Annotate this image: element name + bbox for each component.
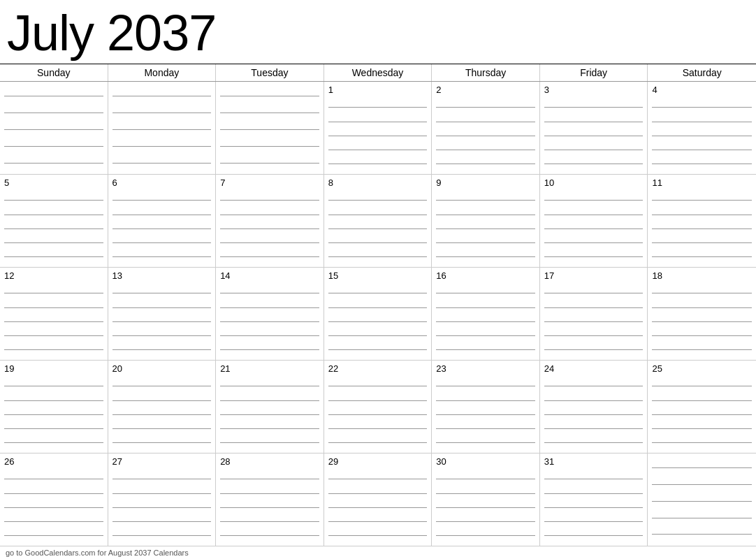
entry-line (112, 414, 212, 415)
day-number: 23 (436, 363, 535, 375)
entry-line (436, 386, 535, 386)
entry-line (652, 107, 752, 108)
entry-line (4, 479, 103, 479)
day-number: 24 (544, 363, 644, 375)
entry-line (112, 442, 212, 443)
weeks-container: 1234567891011121314151617181920212223242… (0, 82, 756, 546)
entry-line (220, 535, 319, 536)
entry-line (436, 215, 535, 215)
entry-line (328, 493, 428, 494)
entry-line (328, 535, 428, 536)
day-number: 12 (4, 270, 103, 282)
entry-line (328, 479, 428, 479)
entry-line (112, 112, 212, 113)
day-cell-20: 20 (108, 361, 217, 453)
entry-line (220, 493, 319, 494)
day-number: 31 (544, 456, 644, 467)
day-headers: SundayMondayTuesdayWednesdayThursdayFrid… (0, 64, 756, 82)
day-cell-2: 2 (432, 82, 540, 174)
line-area (220, 85, 319, 171)
line-area (436, 470, 535, 543)
entry-line (4, 535, 103, 536)
day-number: 21 (220, 363, 319, 375)
day-number: 26 (4, 456, 103, 467)
entry-line (4, 307, 103, 308)
line-area (436, 377, 535, 450)
line-area (544, 98, 644, 171)
entry-line (436, 136, 535, 136)
entry-line (436, 507, 535, 508)
entry-line (112, 321, 212, 322)
entry-line (220, 112, 319, 113)
day-number: 22 (328, 363, 428, 375)
line-area (652, 377, 752, 450)
day-cell-31: 31 (540, 453, 648, 546)
day-cell-5: 5 (0, 175, 108, 267)
entry-line (652, 321, 752, 322)
entry-line (544, 293, 644, 293)
entry-line (436, 321, 535, 322)
day-number: 6 (112, 177, 212, 189)
entry-line (4, 215, 103, 215)
day-cell-16: 16 (432, 268, 540, 360)
day-header-tuesday: Tuesday (216, 64, 324, 81)
entry-line (220, 293, 319, 293)
entry-line (436, 256, 535, 257)
entry-line (220, 163, 319, 164)
entry-line (436, 122, 535, 122)
entry-line (220, 386, 319, 386)
entry-line (112, 507, 212, 508)
line-area (112, 470, 212, 543)
day-cell-3: 3 (540, 82, 648, 174)
entry-line (4, 400, 103, 401)
entry-line (328, 228, 428, 229)
entry-line (436, 242, 535, 243)
entry-line (436, 414, 535, 415)
footer: go to GoodCalendars.com for August 2037 … (0, 546, 756, 559)
line-area (220, 470, 319, 543)
day-number: 20 (112, 363, 212, 375)
entry-line (328, 442, 428, 443)
day-cell-empty-6 (648, 453, 756, 546)
entry-line (652, 335, 752, 336)
day-cell-19: 19 (0, 361, 108, 453)
entry-line (544, 414, 644, 415)
entry-line (544, 256, 644, 257)
entry-line (328, 507, 428, 508)
entry-line (652, 200, 752, 201)
entry-line (436, 164, 535, 164)
entry-line (328, 256, 428, 257)
entry-line (544, 164, 644, 164)
day-number: 16 (436, 270, 535, 282)
day-cell-23: 23 (432, 361, 540, 453)
day-cell-21: 21 (216, 361, 324, 453)
line-area (652, 98, 752, 171)
entry-line (4, 507, 103, 508)
entry-line (328, 242, 428, 243)
entry-line (436, 442, 535, 443)
day-cell-11: 11 (648, 175, 756, 267)
entry-line (652, 164, 752, 164)
entry-line (112, 335, 212, 336)
entry-line (328, 428, 428, 429)
entry-line (652, 293, 752, 293)
entry-line (112, 256, 212, 257)
day-number: 19 (4, 363, 103, 375)
entry-line (436, 479, 535, 479)
entry-line (328, 400, 428, 401)
day-number: 14 (220, 270, 319, 282)
entry-line (112, 307, 212, 308)
entry-line (652, 442, 752, 443)
entry-line (544, 136, 644, 136)
entry-line (652, 256, 752, 257)
line-area (544, 284, 644, 357)
entry-line (652, 349, 752, 350)
entry-line (112, 400, 212, 401)
entry-line (220, 349, 319, 350)
entry-line (436, 521, 535, 522)
entry-line (112, 163, 212, 164)
day-cell-25: 25 (648, 361, 756, 453)
line-area (4, 377, 103, 450)
entry-line (436, 535, 535, 536)
entry-line (652, 122, 752, 122)
